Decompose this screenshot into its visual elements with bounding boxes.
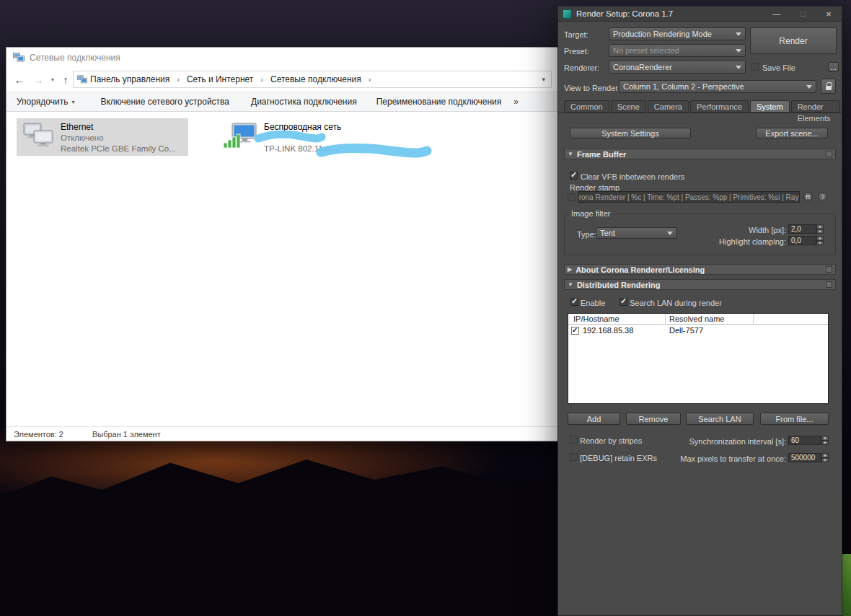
column-divider[interactable] — [753, 314, 754, 325]
column-ip-hostname[interactable]: IP/Hostname — [573, 314, 619, 323]
table-row[interactable]: 192.168.85.38 Dell-7577 — [568, 325, 828, 337]
tab-camera[interactable]: Camera — [648, 100, 689, 113]
list-item-ethernet[interactable]: Ethernet Отключено Realtek PCIe GBE Fami… — [17, 118, 188, 156]
render-by-stripes-label: Render by stripes — [580, 436, 642, 445]
network-connections-window: Сетевые подключения ← → ▾ ↑ Панель управ… — [6, 47, 558, 441]
connection-name: Ethernet — [61, 122, 176, 133]
selection-count: Выбран 1 элемент — [92, 430, 161, 439]
rollout-distributed-rendering[interactable]: ▼ Distributed Rendering — [564, 279, 836, 290]
preset-label: Preset: — [564, 47, 589, 56]
organize-button[interactable]: Упорядочить ▾ — [17, 97, 74, 107]
tab-performance[interactable]: Performance — [690, 100, 749, 113]
render-stamp-input[interactable]: Corona Renderer | %c | Time: %pt | Passe… — [578, 191, 800, 203]
dr-search-lan-button[interactable]: Search LAN — [686, 413, 754, 425]
filter-width-label: Width [px]: — [681, 226, 786, 234]
maximize-button[interactable]: □ — [790, 6, 816, 22]
window-titlebar[interactable]: Сетевые подключения — [6, 48, 557, 67]
breadcrumb-separator-icon[interactable]: › — [172, 75, 184, 84]
window-title: Сетевые подключения — [30, 53, 120, 63]
diagnose-connection-button[interactable]: Диагностика подключения — [251, 97, 357, 107]
dr-enable-checkbox[interactable] — [570, 298, 578, 306]
rename-connection-button[interactable]: Переименование подключения — [376, 97, 502, 107]
dr-enable-label: Enable — [581, 299, 605, 307]
target-label: Target: — [564, 30, 588, 39]
highlight-clamping-spinner[interactable]: 0,0 — [788, 236, 816, 245]
view-to-render-dropdown[interactable]: Column 1, Column 2 - Perspective — [619, 80, 816, 93]
address-location-icon — [77, 75, 87, 84]
stamp-reset-button[interactable]: R — [803, 192, 813, 201]
close-button[interactable]: × — [816, 6, 842, 22]
tab-system[interactable]: System — [750, 100, 790, 113]
viewport-lock-button[interactable] — [821, 79, 836, 94]
dr-search-lan-render-checkbox[interactable] — [619, 298, 627, 306]
render-setup-tabs: Common Scene Camera Performance System R… — [564, 100, 842, 113]
dialog-titlebar[interactable]: Render Setup: Corona 1.7 — □ × — [558, 6, 842, 22]
up-button[interactable]: ↑ — [57, 71, 74, 88]
tab-common[interactable]: Common — [564, 100, 609, 113]
render-by-stripes-checkbox[interactable] — [570, 436, 578, 444]
max-pixels-spinner[interactable]: 500000 — [788, 453, 821, 462]
dr-search-lan-render-label: Search LAN during render — [630, 299, 722, 307]
node-checkbox[interactable] — [571, 327, 579, 335]
breadcrumb-network-connections[interactable]: Сетевые подключения — [270, 74, 361, 84]
tab-scene[interactable]: Scene — [611, 100, 646, 113]
filter-width-spinner-arrows[interactable] — [816, 224, 824, 234]
max-pixels-label: Max pixels to transfer at once: — [652, 454, 786, 463]
dr-remove-button[interactable]: Remove — [626, 413, 681, 425]
sync-interval-spinner-arrows[interactable] — [821, 436, 829, 445]
minimize-button[interactable]: — — [764, 6, 790, 22]
forward-button[interactable]: → — [30, 71, 47, 88]
dr-add-button[interactable]: Add — [568, 413, 620, 425]
dr-nodes-table[interactable]: IP/Hostname Resolved name 192.168.85.38 … — [568, 313, 829, 404]
rollout-about-licensing[interactable]: ▶ About Corona Renderer/Licensing — [564, 264, 836, 275]
enable-device-button[interactable]: Включение сетевого устройства — [100, 97, 229, 107]
ethernet-adapter-icon — [22, 122, 54, 149]
connections-list[interactable]: Ethernet Отключено Realtek PCIe GBE Fami… — [6, 113, 557, 426]
target-dropdown[interactable]: Production Rendering Mode — [609, 27, 746, 40]
navigation-bar: ← → ▾ ↑ Панель управления › Сеть и Интер… — [6, 67, 557, 92]
toolbar-overflow-button[interactable]: » — [513, 97, 519, 107]
wallpaper-grass-edge — [842, 554, 851, 616]
breadcrumb-control-panel[interactable]: Панель управления — [90, 74, 169, 84]
dr-from-file-button[interactable]: From file... — [760, 413, 829, 425]
max-pixels-spinner-arrows[interactable] — [821, 453, 829, 462]
save-file-browse-button[interactable]: ... — [828, 62, 839, 72]
stamp-help-button[interactable]: ? — [818, 192, 827, 201]
clear-vfb-label: Clear VFB inbetween renders — [581, 172, 684, 181]
organize-caret-icon: ▾ — [71, 99, 74, 105]
address-bar[interactable]: Панель управления › Сеть и Интернет › Се… — [73, 71, 552, 88]
tab-render-elements[interactable]: Render Elements — [791, 100, 840, 113]
highlight-clamping-spinner-arrows[interactable] — [816, 236, 824, 245]
rollout-frame-buffer[interactable]: ▼ Frame Buffer — [564, 149, 836, 159]
breadcrumb-separator-icon[interactable]: › — [364, 75, 376, 84]
system-settings-button[interactable]: System Settings — [570, 128, 691, 138]
save-file-label: Save File — [762, 63, 795, 72]
debug-retain-exrs-label: [DEBUG] retain EXRs — [580, 454, 657, 462]
3dsmax-app-icon — [563, 9, 572, 19]
rollout-pin[interactable] — [826, 266, 832, 273]
export-scene-button[interactable]: Export scene... — [756, 128, 828, 138]
network-icon — [13, 53, 25, 62]
status-bar: Элементов: 2 Выбран 1 элемент — [6, 426, 557, 441]
connection-device: Realtek PCIe GBE Family Co... — [61, 144, 176, 154]
sync-interval-spinner[interactable]: 60 — [788, 436, 821, 445]
back-button[interactable]: ← — [11, 71, 28, 88]
column-divider[interactable] — [665, 314, 666, 325]
filter-width-spinner[interactable]: 2,0 — [788, 224, 816, 234]
filter-type-dropdown[interactable]: Tent — [596, 227, 677, 239]
address-dropdown-icon[interactable]: ▾ — [542, 76, 547, 83]
column-resolved-name[interactable]: Resolved name — [669, 314, 724, 323]
rollout-pin[interactable] — [826, 281, 832, 288]
renderer-dropdown[interactable]: CoronaRenderer — [609, 61, 746, 74]
save-file-checkbox[interactable] — [751, 63, 759, 71]
render-stamp-checkbox[interactable] — [568, 193, 576, 201]
breadcrumb-separator-icon[interactable]: › — [256, 75, 268, 84]
history-dropdown-icon[interactable]: ▾ — [48, 71, 57, 88]
clear-vfb-checkbox[interactable] — [570, 172, 578, 180]
preset-dropdown[interactable]: No preset selected — [609, 44, 746, 57]
breadcrumb-network-internet[interactable]: Сеть и Интернет — [187, 74, 253, 84]
rollout-expanded-icon: ▼ — [568, 281, 573, 288]
rollout-pin[interactable] — [826, 151, 832, 157]
render-button[interactable]: Render — [750, 27, 837, 54]
debug-retain-exrs-checkbox[interactable] — [570, 453, 578, 461]
